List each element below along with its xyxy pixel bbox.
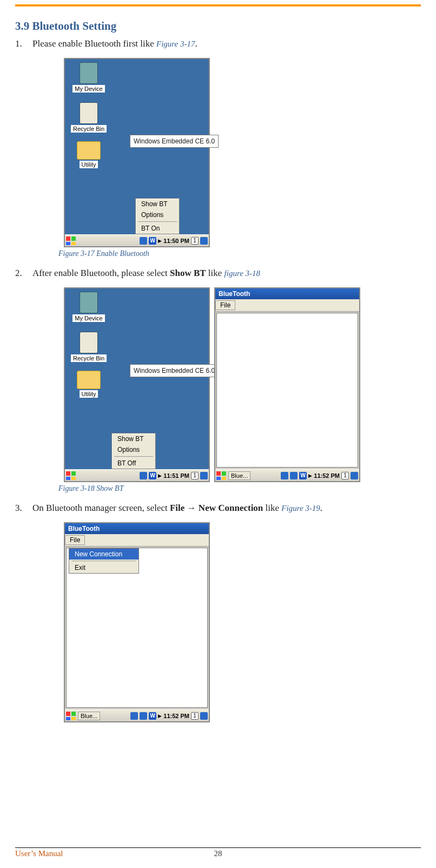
device-icon xyxy=(80,62,98,84)
icon-label: My Device xyxy=(72,85,104,93)
desktop-icon-my-device[interactable]: My Device xyxy=(69,62,108,93)
start-button-icon[interactable] xyxy=(216,471,226,480)
os-splash-label: Windows Embedded CE 6.0 xyxy=(130,364,219,377)
taskbar-clock: 11:52 PM xyxy=(314,472,340,479)
folder-icon xyxy=(77,371,101,389)
tray-w-icon[interactable]: W xyxy=(149,237,156,245)
start-button-icon[interactable] xyxy=(66,236,76,245)
step1-lead: Please enable Bluetooth first like xyxy=(32,38,156,49)
window-title: BlueTooth xyxy=(215,288,359,299)
start-button-icon[interactable] xyxy=(66,471,76,480)
menu-item-options[interactable]: Options xyxy=(136,209,179,220)
icon-label: Utility xyxy=(80,161,98,168)
page-footer: User’s Manual 28 xyxy=(15,847,421,858)
taskbar-app-button[interactable]: Blue... xyxy=(228,471,250,480)
window-title: BlueTooth xyxy=(65,523,209,534)
tray-windows-icon[interactable] xyxy=(200,237,208,245)
menu-item-new-connection[interactable]: New Connection xyxy=(69,549,138,560)
tray-indicator[interactable]: 1 xyxy=(191,237,199,245)
figure-ref-3-18: figure 3-18 xyxy=(224,269,261,278)
menu-file[interactable]: File xyxy=(65,535,85,545)
desktop-icon-utility[interactable]: Utility xyxy=(69,371,108,398)
icon-label: Recycle Bin xyxy=(71,354,107,362)
menu-item-show-bt[interactable]: Show BT xyxy=(136,199,179,209)
page-number: 28 xyxy=(214,849,222,858)
figure-ref-3-17: Figure 3-17 xyxy=(156,40,195,48)
taskbar[interactable]: Blue... W ▶ 11:52 PM 1 xyxy=(215,469,359,481)
tray-icon[interactable] xyxy=(140,472,147,479)
footer-title: User’s Manual xyxy=(15,849,63,858)
section-heading: 3.9 Bluetooth Setting xyxy=(15,19,421,33)
desktop-icon-recycle-bin[interactable]: Recycle Bin xyxy=(69,102,108,133)
bluetooth-tray-icon[interactable] xyxy=(130,712,138,720)
menu-separator xyxy=(114,456,153,457)
bt-context-menu[interactable]: Show BT Options BT On xyxy=(135,198,180,234)
start-button-icon[interactable] xyxy=(66,712,76,720)
tray-w-icon[interactable]: W xyxy=(149,472,156,479)
tray-icon[interactable] xyxy=(140,712,147,720)
menu-file[interactable]: File xyxy=(215,300,235,310)
menu-bar[interactable]: File xyxy=(215,299,359,312)
tray-icon[interactable] xyxy=(140,237,147,245)
menu-item-options[interactable]: Options xyxy=(112,444,155,455)
show-bt-bold: Show BT xyxy=(170,268,206,278)
menu-separator xyxy=(71,561,136,561)
menu-item-bt-off[interactable]: BT Off xyxy=(112,458,155,469)
menu-item-bt-on[interactable]: BT On xyxy=(136,223,179,234)
figure-caption-3-18: Figure 3-18 Show BT xyxy=(58,484,421,493)
tray-arrow-icon: ▶ xyxy=(308,473,312,478)
new-connection-bold: New Connection xyxy=(199,503,263,513)
bluetooth-tray-icon[interactable] xyxy=(281,472,288,479)
figure-caption-3-17: Figure 3-17 Enable Bluetooth xyxy=(58,249,421,258)
tray-windows-icon[interactable] xyxy=(200,472,208,479)
tray-w-icon[interactable]: W xyxy=(149,712,156,720)
step-number: 1. xyxy=(15,38,32,49)
os-splash-label: Windows Embedded CE 6.0 xyxy=(130,135,219,148)
menu-item-exit[interactable]: Exit xyxy=(69,562,138,573)
desktop-icon-recycle-bin[interactable]: Recycle Bin xyxy=(69,332,108,362)
tray-icon[interactable] xyxy=(290,472,298,479)
step-text: Please enable Bluetooth first like Figur… xyxy=(32,38,421,49)
taskbar[interactable]: Blue... W ▶ 11:52 PM 1 xyxy=(65,709,209,721)
device-icon xyxy=(80,292,98,313)
screenshot-show-bt-desktop: My Device Recycle Bin Utility Windows Em… xyxy=(64,287,210,482)
tray-arrow-icon: ▶ xyxy=(158,238,162,244)
menu-bar[interactable]: File xyxy=(65,534,209,547)
tray-windows-icon[interactable] xyxy=(351,472,358,479)
step1-tail: . xyxy=(195,38,197,49)
tray-indicator[interactable]: 1 xyxy=(341,472,349,479)
step-number: 2. xyxy=(15,268,32,279)
top-rule xyxy=(15,4,421,6)
step-text: After enable Bluetooth, please select Sh… xyxy=(32,268,421,279)
step2-lead: After enable Bluetooth, please select xyxy=(32,268,170,278)
menu-separator xyxy=(138,221,177,222)
tray-windows-icon[interactable] xyxy=(200,712,208,720)
system-tray: W ▶ 11:51 PM 1 xyxy=(140,472,208,479)
menu-item-show-bt[interactable]: Show BT xyxy=(112,433,155,444)
step-text: On Bluetooth manager screen, select File… xyxy=(32,503,421,514)
taskbar[interactable]: W ▶ 11:51 PM 1 xyxy=(65,469,209,481)
system-tray: W ▶ 11:52 PM 1 xyxy=(130,712,208,720)
tray-indicator[interactable]: 1 xyxy=(191,712,199,720)
file-bold: File xyxy=(170,503,184,513)
step2-mid: like xyxy=(206,268,224,278)
screenshot-bluetooth-file-menu: BlueTooth File New Connection Exit Blue.… xyxy=(64,522,210,722)
taskbar[interactable]: W ▶ 11:50 PM 1 xyxy=(65,234,209,246)
tray-w-icon[interactable]: W xyxy=(299,472,307,479)
step3-mid: like xyxy=(263,503,281,513)
step-3: 3. On Bluetooth manager screen, select F… xyxy=(15,503,421,514)
step3-lead: On Bluetooth manager screen, select xyxy=(32,503,170,513)
icon-label: Recycle Bin xyxy=(71,125,107,133)
desktop-icon-utility[interactable]: Utility xyxy=(69,141,108,168)
bt-list-area xyxy=(216,313,358,468)
desktop-icon-my-device[interactable]: My Device xyxy=(69,292,108,322)
tray-indicator[interactable]: 1 xyxy=(191,472,199,479)
arrow-glyph: → xyxy=(184,503,199,513)
step-1: 1. Please enable Bluetooth first like Fi… xyxy=(15,38,421,49)
file-dropdown[interactable]: New Connection Exit xyxy=(69,548,139,574)
folder-icon xyxy=(77,141,101,160)
taskbar-app-button[interactable]: Blue... xyxy=(78,712,100,720)
bt-context-menu[interactable]: Show BT Options BT Off xyxy=(111,433,156,469)
recycle-bin-icon xyxy=(80,332,98,353)
tray-arrow-icon: ▶ xyxy=(158,713,162,719)
